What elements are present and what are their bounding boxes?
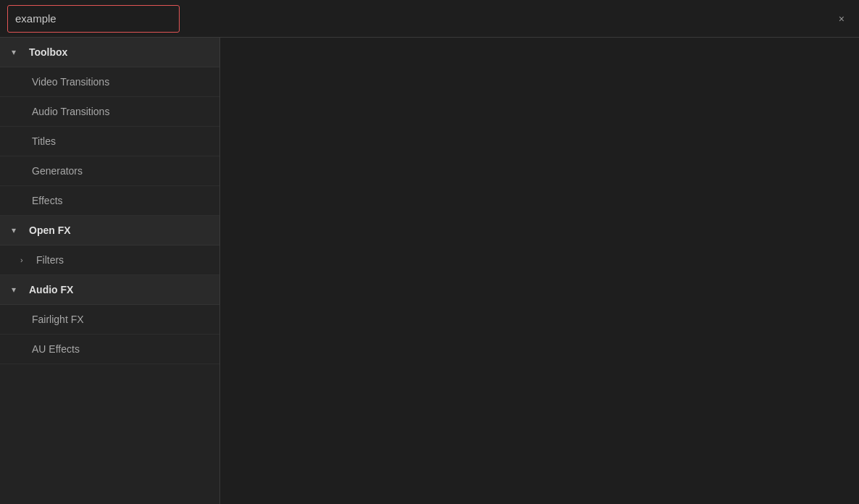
sidebar-item-audio-transitions[interactable]: Audio Transitions [0, 97, 219, 127]
section-toolbox-header[interactable]: ▾ Toolbox [0, 38, 219, 67]
toolbox-label: Toolbox [29, 46, 67, 58]
subsection-filters-header[interactable]: › Filters [0, 245, 219, 275]
sidebar-item-effects[interactable]: Effects [0, 186, 219, 216]
search-wrapper: × [7, 5, 852, 33]
section-audio-fx-header[interactable]: ▾ Audio FX [0, 275, 219, 305]
sidebar-item-fairlight-fx[interactable]: Fairlight FX [0, 305, 219, 335]
sidebar-item-generators[interactable]: Generators [0, 156, 219, 186]
main-layout: ▾ Toolbox Video Transitions Audio Transi… [0, 38, 859, 504]
clear-icon[interactable]: × [839, 14, 845, 24]
audio-fx-label: Audio FX [29, 284, 73, 295]
sidebar: ▾ Toolbox Video Transitions Audio Transi… [0, 38, 220, 504]
search-bar: × [0, 0, 859, 38]
open-fx-label: Open FX [29, 224, 71, 236]
filters-label: Filters [36, 254, 64, 266]
sidebar-item-au-effects[interactable]: AU Effects [0, 335, 219, 364]
sidebar-item-titles[interactable]: Titles [0, 127, 219, 156]
sidebar-item-video-transitions[interactable]: Video Transitions [0, 67, 219, 97]
content-area [220, 38, 859, 504]
audio-fx-chevron-icon: ▾ [12, 285, 22, 295]
toolbox-chevron-icon: ▾ [12, 47, 22, 57]
filters-chevron-icon: › [20, 256, 29, 264]
open-fx-chevron-icon: ▾ [12, 225, 22, 235]
section-open-fx-header[interactable]: ▾ Open FX [0, 216, 219, 245]
search-input[interactable] [7, 5, 180, 33]
